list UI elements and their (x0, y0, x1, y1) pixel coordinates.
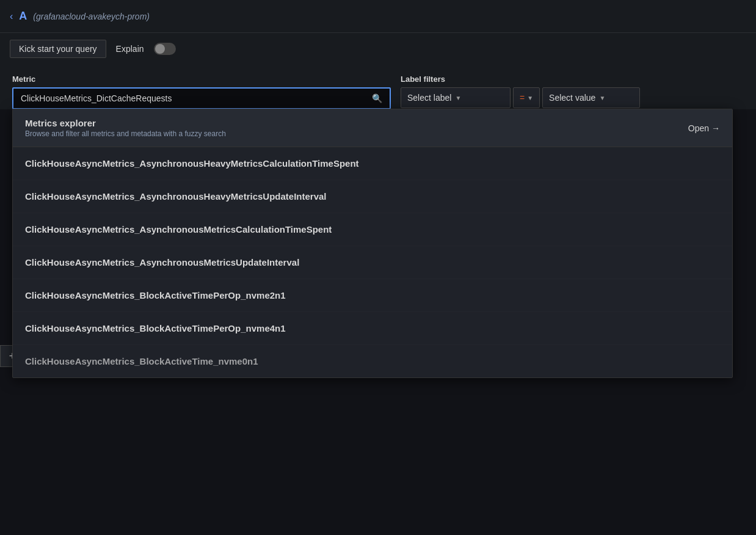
metrics-explorer-open-link[interactable]: Open → (688, 123, 720, 133)
list-item[interactable]: ClickHouseAsyncMetrics_AsynchronousMetri… (13, 246, 732, 279)
toolbar: Kick start your query Explain (0, 33, 756, 65)
list-item[interactable]: ClickHouseAsyncMetrics_AsynchronousHeavy… (13, 180, 732, 213)
select-value-chevron-icon: ▼ (599, 95, 605, 101)
operator-text: = (520, 93, 525, 103)
select-label-chevron-icon: ▼ (455, 95, 461, 101)
select-label-dropdown[interactable]: Select label ▼ (401, 87, 511, 108)
label-filters-row: Select label ▼ = ▼ Select value ▼ (401, 87, 744, 108)
metric-label: Metric (12, 75, 391, 84)
top-bar: ‹ A (grafanacloud-avakeych-prom) (0, 0, 756, 33)
list-item[interactable]: ClickHouseAsyncMetrics_BlockActiveTime_n… (13, 345, 732, 377)
list-item[interactable]: ClickHouseAsyncMetrics_BlockActiveTimePe… (13, 279, 732, 312)
query-letter: A (19, 10, 27, 23)
metrics-explorer-title: Metrics explorer (25, 118, 226, 128)
list-item[interactable]: ClickHouseAsyncMetrics_AsynchronousMetri… (13, 213, 732, 246)
explain-toggle[interactable] (154, 43, 176, 55)
query-editor: Metric ClickHouseMetrics_DictCacheReques… (0, 65, 756, 109)
select-value-dropdown[interactable]: Select value ▼ (542, 87, 640, 108)
label-filters-label: Label filters (401, 75, 744, 84)
metrics-explorer-row[interactable]: Metrics explorer Browse and filter all m… (13, 109, 732, 147)
select-value-text: Select value (549, 93, 595, 103)
chevron-left-icon[interactable]: ‹ (10, 11, 13, 22)
datasource-label: (grafanacloud-avakeych-prom) (33, 12, 150, 21)
search-icon: 🔍 (372, 93, 382, 103)
main-container: ‹ A (grafanacloud-avakeych-prom) Kick st… (0, 0, 756, 535)
metric-input-wrapper[interactable]: ClickHouseMetrics_DictCacheRequests 🔍 (12, 87, 391, 109)
operator-chevron-icon: ▼ (527, 95, 533, 101)
operator-dropdown[interactable]: = ▼ (513, 87, 540, 108)
query-row: Metric ClickHouseMetrics_DictCacheReques… (12, 75, 744, 109)
explain-label: Explain (116, 44, 144, 54)
metrics-explorer-subtitle: Browse and filter all metrics and metada… (25, 129, 226, 138)
select-label-text: Select label (407, 93, 451, 103)
metric-list: ClickHouseAsyncMetrics_AsynchronousHeavy… (13, 147, 732, 377)
metric-dropdown: Metrics explorer Browse and filter all m… (12, 109, 733, 378)
list-item[interactable]: ClickHouseAsyncMetrics_AsynchronousHeavy… (13, 147, 732, 180)
metric-section: Metric ClickHouseMetrics_DictCacheReques… (12, 75, 391, 109)
metrics-explorer-info: Metrics explorer Browse and filter all m… (25, 118, 226, 138)
list-item[interactable]: ClickHouseAsyncMetrics_BlockActiveTimePe… (13, 312, 732, 345)
metric-input-value: ClickHouseMetrics_DictCacheRequests (21, 93, 367, 103)
label-filters-section: Label filters Select label ▼ = ▼ Select … (401, 75, 744, 108)
kick-start-button[interactable]: Kick start your query (10, 40, 106, 58)
